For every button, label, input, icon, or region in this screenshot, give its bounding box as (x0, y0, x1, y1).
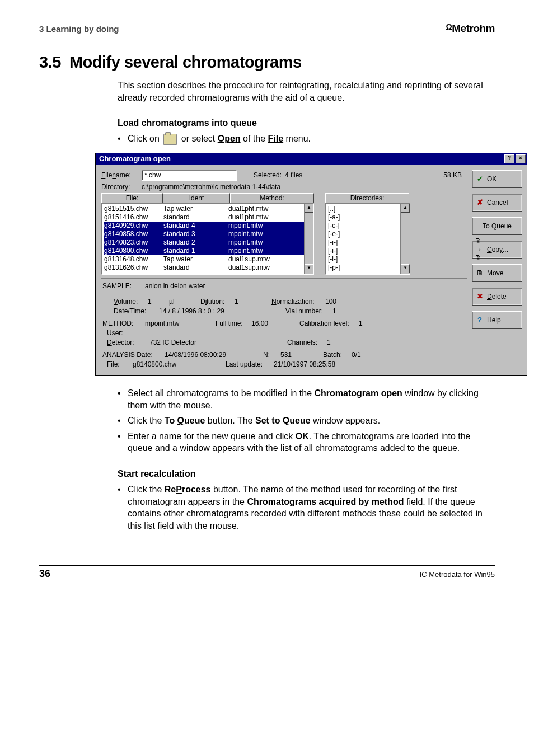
volume-label: Volume: (114, 298, 144, 306)
check-icon: ✔ (475, 175, 485, 184)
intro-paragraph: This section describes the procedure for… (118, 79, 495, 104)
open-folder-icon (163, 134, 177, 145)
subheading-load: Load chromatograms into queue (118, 118, 495, 128)
filename-input[interactable]: *.chw (142, 170, 237, 181)
normalization-label: Normalization: (271, 298, 322, 306)
x-icon: ✘ (475, 198, 485, 207)
dilution-label: Dilution: (200, 298, 231, 306)
file-scrollbar[interactable]: ▲▼ (304, 204, 313, 274)
subheading-start: Start recalculation (118, 469, 495, 479)
detector-label: Detector: (107, 339, 146, 346)
footer-right: IC Metrodata for Win95 (420, 570, 495, 579)
user-label: User: (107, 329, 123, 337)
method-label: METHOD: (102, 320, 142, 327)
vial-label: Vial number: (285, 307, 329, 315)
col-ident-header[interactable]: Ident (163, 193, 230, 203)
col-method-header[interactable]: Method: (230, 193, 314, 203)
col-file-header[interactable]: File: (101, 193, 163, 203)
file-listbox[interactable]: g8151515.chwTap waterdual1pht.mtw g81514… (101, 203, 314, 275)
batch-label: Batch: (323, 351, 348, 359)
analysis-label: ANALYSIS Date: (102, 351, 161, 359)
selected-label: Selected: (237, 171, 282, 179)
ok-button[interactable]: ✔OK (472, 170, 522, 188)
sample-label: SAMPLE: (102, 282, 142, 290)
dirs-scrollbar[interactable]: ▲▼ (400, 204, 410, 274)
copy-button[interactable]: 🗎→🗎Copy... (472, 241, 522, 259)
brand-logo: ΩMetrohm (446, 22, 495, 35)
help-button[interactable]: ?Help (472, 311, 522, 329)
dialog-title: Chromatogram open (99, 154, 171, 163)
lastupdate-label: Last update: (226, 360, 270, 368)
directory-label: Directory: (101, 183, 142, 191)
datetime-label: Date/Time: (114, 307, 156, 315)
dirs-listbox[interactable]: [..] [-a-] [-c-] [-e-] [-i-] [-i-] [-l-]… (325, 203, 410, 275)
channels-label: Channels: (287, 339, 324, 346)
copy-icon: 🗎→🗎 (475, 245, 485, 254)
dialog-chromatogram-open: Chromatogram open ? × Filename: *.chw Se… (95, 153, 527, 376)
fulltime-label: Full time: (216, 320, 248, 327)
cancel-button[interactable]: ✘Cancel (472, 194, 522, 212)
bullet-4: • Enter a name for the new queue and cli… (118, 430, 495, 454)
calib-label: Calibration level: (299, 320, 355, 327)
delete-icon: ✖ (475, 292, 485, 301)
n-label: N: (263, 351, 277, 359)
close-titlebar-button[interactable]: × (516, 154, 526, 163)
bullet-5: • Click the ReProcess button. The name o… (118, 483, 495, 532)
selected-value: 4 files (285, 171, 324, 179)
sample-value: anion in deion water (145, 282, 205, 290)
size-value: 58 KB (324, 171, 467, 179)
file-label: File: (107, 360, 129, 368)
bullet-1: • Click on or select Open of the File me… (118, 133, 495, 145)
to-queue-button[interactable]: To Queue (472, 217, 522, 235)
help-titlebar-button[interactable]: ? (504, 154, 514, 163)
page-number: 36 (39, 568, 50, 580)
directory-value: c:\programme\metrohm\ic metrodata 1-44\d… (142, 183, 280, 191)
chapter-label: 3 Learning by doing (39, 24, 119, 34)
help-icon: ? (475, 316, 485, 325)
filename-label: Filename: (101, 171, 142, 179)
section-heading: 3.5 Modify several chromatograms (39, 53, 495, 72)
col-dirs-header[interactable]: Directories: (325, 193, 409, 203)
bullet-2: • Select all chromatograms to be modifie… (118, 387, 495, 411)
move-icon: 🗎 (475, 269, 485, 278)
bullet-3: • Click the To Queue button. The Set to … (118, 415, 495, 427)
move-button[interactable]: 🗎Move (472, 264, 522, 282)
delete-button[interactable]: ✖Delete (472, 288, 522, 306)
